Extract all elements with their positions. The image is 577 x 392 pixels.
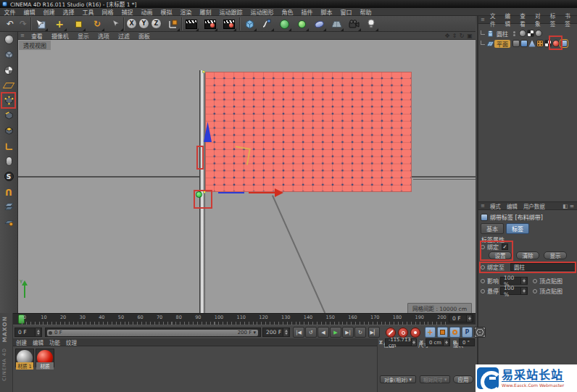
timeline-tick[interactable]: 150 (326, 314, 335, 320)
timeline-tick[interactable]: 190 (415, 314, 424, 320)
tab-tag[interactable]: 标签 (506, 223, 529, 234)
timeline-tick[interactable]: 70 (157, 314, 162, 320)
timeline-tick[interactable]: 170 (370, 314, 379, 320)
current-frame-field[interactable]: 0 F (14, 328, 42, 337)
menu-item[interactable]: 动画 (137, 8, 157, 16)
viewport-menu-item[interactable]: 摄像机 (47, 32, 73, 40)
render-picture-viewer-icon[interactable] (203, 17, 217, 31)
gizmo-z-axis-handle[interactable] (218, 192, 244, 193)
timeline-tick[interactable]: 20 (60, 314, 66, 320)
stepper-icon[interactable] (520, 278, 526, 284)
range-end-label[interactable]: 200 F ▾ (238, 330, 258, 335)
view-label[interactable]: 透视视图 (19, 41, 51, 50)
rotate-tool-icon[interactable]: ↻ (90, 17, 104, 31)
undo-icon[interactable]: ↶ (3, 17, 17, 31)
vertex-map-label[interactable]: 顶点贴图 (539, 277, 563, 285)
material-menu-item[interactable]: 纹理 (63, 338, 80, 346)
menu-item[interactable]: 创建 (39, 8, 59, 16)
om-menu-item[interactable]: 查看 (517, 12, 532, 28)
panel-options-icon[interactable]: ◧ ≡ (563, 203, 577, 209)
texture-mode-icon[interactable] (1, 63, 16, 77)
camera-icon[interactable] (346, 17, 361, 31)
timeline-tick[interactable]: 80 (176, 314, 182, 320)
om-menu-item[interactable]: 文件 (487, 12, 502, 28)
stepper-icon[interactable] (35, 328, 40, 336)
timeline-tick[interactable]: 30 (80, 314, 86, 320)
key-circle-icon[interactable] (481, 279, 485, 283)
size-field[interactable]: 0 cm (426, 338, 450, 346)
selected-point[interactable] (202, 70, 205, 73)
workplane-mode-icon[interactable] (1, 78, 16, 92)
deformer-icon[interactable] (312, 17, 326, 31)
am-menu-item[interactable]: 编辑 (504, 202, 520, 210)
timeline-tick[interactable]: 50 (118, 314, 124, 320)
redo-icon[interactable]: ↷ (16, 17, 30, 31)
menu-item[interactable]: 窗口 (336, 8, 356, 16)
stepper-icon[interactable] (411, 339, 416, 346)
viewport-rotate-icon[interactable]: ↻ (458, 33, 465, 39)
goto-end-button[interactable]: ▶▏ (368, 327, 380, 338)
floor-environment-icon[interactable] (329, 17, 344, 31)
timeline-tick[interactable]: 10 (41, 314, 46, 320)
stepper-icon[interactable] (520, 288, 526, 294)
simulation-tag-icon[interactable] (520, 40, 528, 47)
workplane-icon[interactable] (1, 200, 16, 214)
key-circle-icon[interactable] (533, 289, 537, 293)
hover-value-field[interactable]: 100 % (500, 287, 528, 295)
stepper-icon[interactable] (466, 315, 471, 322)
points-mode-icon[interactable] (1, 93, 16, 107)
menu-item[interactable]: 雕刻 (196, 8, 215, 16)
menu-item[interactable]: 脚本 (317, 8, 336, 16)
scale-tool-icon[interactable] (71, 17, 86, 31)
material-tile-2[interactable]: 材质 (36, 349, 54, 367)
timeline-tick[interactable]: 140 (304, 314, 312, 320)
gizmo-x-axis-handle[interactable] (249, 192, 276, 193)
timeline-ruler[interactable]: 0102030405060708090100110120130140150160… (13, 313, 476, 325)
menu-item[interactable]: 角色 (278, 8, 297, 16)
panel-grip-icon[interactable]: ≡ (478, 17, 487, 22)
menu-item[interactable]: 运动图形 (246, 8, 278, 16)
viewport-zoom-icon[interactable]: ⇕ (451, 33, 458, 39)
z-axis-lock-button[interactable]: Z (151, 18, 162, 29)
key-position-toggle[interactable]: + (425, 327, 436, 338)
texture-tag-icon[interactable] (527, 30, 534, 37)
selected-point[interactable] (203, 191, 206, 193)
viewport-menu-item[interactable]: 面板 (134, 32, 154, 40)
make-editable-icon[interactable] (1, 33, 16, 46)
material-tile-1[interactable]: 材质 1 (15, 349, 34, 367)
stepper-icon[interactable] (443, 339, 448, 346)
menu-item[interactable]: 模拟 (157, 8, 176, 16)
quantize-magnet-icon[interactable]: U (1, 185, 16, 199)
key-circle-icon[interactable] (481, 289, 485, 293)
set-button[interactable]: 设置 (489, 251, 512, 259)
menu-item[interactable]: 帮助 (356, 8, 375, 16)
coordinate-mode-dropdown[interactable]: 对象(相对) ▾ (380, 375, 416, 383)
timeline-tick[interactable]: 40 (99, 314, 104, 320)
material-menu-item[interactable]: 功能 (46, 338, 63, 346)
subdivision-surface-icon[interactable] (277, 17, 291, 31)
key-circle-icon[interactable] (481, 245, 485, 249)
influence-value-field[interactable]: 100 % (500, 277, 528, 285)
timeline-tick[interactable]: 0 (22, 314, 28, 320)
viewport-grip-icon[interactable]: ≡ (18, 33, 27, 38)
panel-grip-icon[interactable]: ≡ (478, 203, 487, 209)
viewport-maximize-icon[interactable]: ▣ (466, 33, 473, 39)
om-menu-item[interactable]: 编辑 (502, 12, 518, 28)
loop-button[interactable]: ↻ (354, 327, 366, 338)
menu-item[interactable]: 文件 (0, 8, 20, 16)
frame-range-bar[interactable]: 0 F 200 F ▾ (47, 330, 258, 336)
tab-basic[interactable]: 基本 (481, 223, 504, 234)
apply-button[interactable]: 应用 (453, 375, 473, 383)
timeline-tick[interactable]: 120 (259, 314, 267, 320)
material-tag-icon[interactable] (552, 40, 560, 47)
frame-mini-field[interactable]: 0 F (449, 314, 473, 322)
viewport-menu-item[interactable]: 查看 (27, 32, 47, 40)
object-row-plane[interactable]: 平面 (478, 39, 515, 49)
show-button[interactable]: 显示 (544, 251, 567, 259)
visibility-dots[interactable] (513, 31, 515, 36)
viewport-menu-item[interactable]: 显示 (73, 32, 94, 40)
viewport[interactable]: ≡ 查看 摄像机 显示 选项 过滤 面板 ✥ ⇕ ↻ ▣ Y 网格间距 : 10… (18, 32, 476, 313)
spline-pen-icon[interactable] (260, 17, 274, 31)
end-frame-field[interactable]: 200 F (262, 328, 290, 337)
previous-frame-button[interactable]: ◀ (317, 327, 329, 338)
